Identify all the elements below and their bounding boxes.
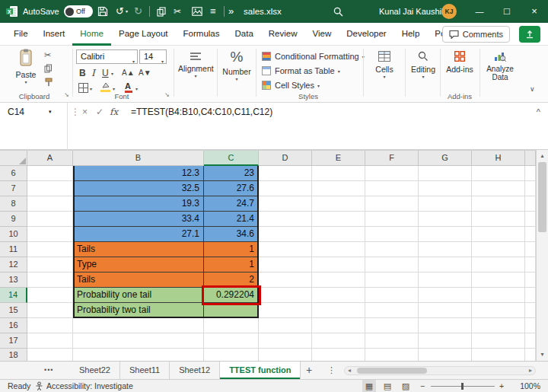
styles-item-cell-styles[interactable]: Cell Styles▾: [260, 78, 365, 93]
ribbon-tab-developer[interactable]: Developer: [339, 23, 393, 46]
zoom-level[interactable]: 100%: [520, 380, 540, 392]
scroll-left-icon[interactable]: ◂: [348, 367, 351, 374]
cut-button[interactable]: ✂: [44, 50, 51, 60]
cell-H8[interactable]: [472, 196, 525, 212]
cell-E10[interactable]: [312, 227, 365, 242]
font-name-select[interactable]: Calibri ▾: [76, 49, 138, 64]
cell-F13[interactable]: [365, 272, 419, 288]
italic-button[interactable]: I: [91, 66, 95, 80]
copy-button[interactable]: [44, 64, 53, 73]
formula-bar-drag-icon[interactable]: ⋮: [71, 103, 80, 121]
cell-A13[interactable]: [27, 272, 73, 288]
ribbon-tab-view[interactable]: View: [305, 23, 339, 46]
cell-B10[interactable]: 27.1: [73, 227, 204, 242]
picture-icon[interactable]: [192, 7, 202, 16]
name-box-dropdown-icon[interactable]: ▾: [49, 103, 52, 121]
sheet-tab-ttest-function[interactable]: TTEST function: [220, 362, 301, 379]
cell-G12[interactable]: [419, 257, 472, 272]
scroll-up-icon[interactable]: ▴: [537, 151, 548, 161]
ribbon-tab-help[interactable]: Help: [394, 23, 428, 46]
borders-button-icon[interactable]: [78, 83, 88, 93]
cell-H15[interactable]: [472, 303, 525, 318]
grow-font-button[interactable]: A▲: [122, 66, 135, 80]
cell-A10[interactable]: [27, 227, 73, 242]
cell-D8[interactable]: [259, 196, 312, 212]
row-header-8[interactable]: 8: [0, 196, 27, 212]
cell-A16[interactable]: [27, 318, 73, 333]
column-header-c[interactable]: C: [204, 151, 259, 166]
cell-H6[interactable]: [472, 166, 525, 181]
cell-D15[interactable]: [259, 303, 312, 318]
underline-dropdown-icon[interactable]: ▾: [111, 71, 113, 76]
normal-view-icon[interactable]: ▦: [362, 380, 376, 392]
search-icon[interactable]: [333, 7, 343, 17]
cell-A14[interactable]: [27, 288, 73, 303]
cell-H11[interactable]: [472, 242, 525, 257]
cell-B6[interactable]: 12.3: [73, 166, 204, 181]
maximize-button[interactable]: □: [493, 0, 521, 23]
zoom-in-icon[interactable]: +: [499, 380, 504, 392]
cell-partial[interactable]: [525, 212, 536, 227]
font-size-select[interactable]: 14 ▾: [139, 49, 167, 64]
font-dialog-launcher-icon[interactable]: ↘: [164, 91, 170, 98]
column-header-b[interactable]: B: [73, 151, 204, 166]
avatar[interactable]: KJ: [441, 4, 457, 19]
cell-F16[interactable]: [365, 318, 419, 333]
cell-F18[interactable]: [365, 349, 419, 362]
cell-C17[interactable]: [204, 333, 259, 349]
cell-partial[interactable]: [525, 349, 536, 362]
cell-D16[interactable]: [259, 318, 312, 333]
cell-D12[interactable]: [259, 257, 312, 272]
underline-button[interactable]: U: [102, 66, 109, 80]
cell-H17[interactable]: [472, 333, 525, 349]
cell-partial[interactable]: [525, 333, 536, 349]
cell-partial[interactable]: [525, 166, 536, 181]
close-button[interactable]: ×: [521, 0, 548, 23]
cells-button[interactable]: Cells ▾: [368, 49, 401, 79]
borders-dropdown-icon[interactable]: ▾: [90, 86, 92, 91]
cell-F14[interactable]: [365, 288, 419, 303]
cell-C18[interactable]: [204, 349, 259, 362]
cell-B7[interactable]: 32.5: [73, 181, 204, 196]
sheet-tab-sheet12[interactable]: Sheet12: [170, 362, 220, 379]
autosave-toggle[interactable]: Off: [64, 5, 93, 18]
cell-F7[interactable]: [365, 181, 419, 196]
cell-G17[interactable]: [419, 333, 472, 349]
cell-E11[interactable]: [312, 242, 365, 257]
scroll-down-icon[interactable]: ▾: [537, 349, 548, 360]
cell-F6[interactable]: [365, 166, 419, 181]
cell-E6[interactable]: [312, 166, 365, 181]
cell-D11[interactable]: [259, 242, 312, 257]
clipboard-dialog-launcher-icon[interactable]: ↘: [64, 91, 69, 98]
styles-item-format-as-table[interactable]: Format as Table▾: [260, 64, 365, 78]
cell-D17[interactable]: [259, 333, 312, 349]
cell-H16[interactable]: [472, 318, 525, 333]
row-header-7[interactable]: 7: [0, 181, 27, 196]
minimize-button[interactable]: —: [466, 0, 493, 23]
ribbon-tab-page-layout[interactable]: Page Layout: [111, 23, 176, 46]
column-header-f[interactable]: F: [365, 151, 419, 166]
cell-partial[interactable]: [525, 196, 536, 212]
cell-E17[interactable]: [312, 333, 365, 349]
select-all-corner[interactable]: [0, 151, 27, 166]
column-header-g[interactable]: G: [419, 151, 472, 166]
row-header-6[interactable]: 6: [0, 166, 27, 181]
cell-C8[interactable]: 24.7: [204, 196, 259, 212]
cell-B12[interactable]: Type: [73, 257, 204, 272]
cell-C10[interactable]: 34.6: [204, 227, 259, 242]
cell-B17[interactable]: [73, 333, 204, 349]
cell-A9[interactable]: [27, 212, 73, 227]
cell-G16[interactable]: [419, 318, 472, 333]
cell-F8[interactable]: [365, 196, 419, 212]
row-header-17[interactable]: 17: [0, 333, 27, 349]
accessibility-status[interactable]: Accessibility: Investigate: [46, 380, 133, 392]
cell-A18[interactable]: [27, 349, 73, 362]
cell-D18[interactable]: [259, 349, 312, 362]
cell-G11[interactable]: [419, 242, 472, 257]
cell-D14[interactable]: [259, 288, 312, 303]
row-header-16[interactable]: 16: [0, 318, 27, 333]
row-header-9[interactable]: 9: [0, 212, 27, 227]
cell-E15[interactable]: [312, 303, 365, 318]
ribbon-tab-home[interactable]: Home: [72, 23, 111, 46]
sheet-nav-ellipsis[interactable]: •••: [44, 362, 53, 379]
